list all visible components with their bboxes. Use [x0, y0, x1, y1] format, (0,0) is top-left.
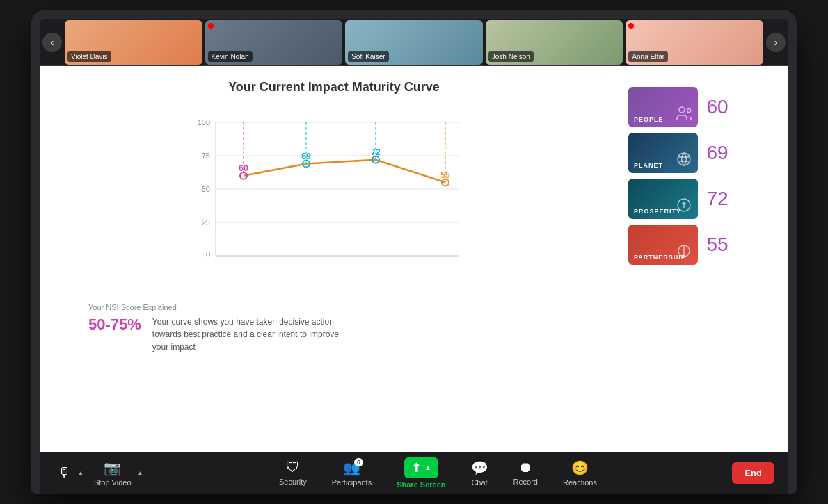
categories-panel: PEOPLE 60 PLANET [628, 80, 767, 438]
category-score-planet: 69 [703, 142, 731, 164]
laptop-frame: ‹ Violet Davis Kevin Nolan Sofi Kaiser J… [31, 10, 797, 494]
svg-text:100: 100 [198, 118, 210, 127]
category-card-people: PEOPLE 60 [628, 87, 767, 127]
participant-bar: ‹ Violet Davis Kevin Nolan Sofi Kaiser J… [40, 19, 788, 66]
video-icon: 📷 [104, 460, 121, 476]
security-icon: 🛡 [286, 460, 300, 475]
people-icon [676, 105, 692, 122]
reactions-button[interactable]: 😊 Reactions [559, 457, 601, 489]
category-score-people: 60 [703, 96, 731, 118]
share-screen-button[interactable]: ⬆ ▲ Share Screen [392, 455, 449, 491]
participants-count-badge: 6 [354, 458, 363, 466]
content-body: Your Current Impact Maturity Curve [40, 66, 788, 452]
recording-dot-anna [628, 23, 634, 29]
toolbar-right: End [732, 462, 774, 484]
score-description: Your curve shows you have taken decisive… [152, 316, 347, 353]
category-score-partnership: 55 [703, 234, 731, 256]
video-group[interactable]: 📷 Stop Video ▲ [90, 457, 144, 489]
recording-dot-kevin [208, 23, 214, 29]
participant-name-sofi: Sofi Kaiser [348, 51, 388, 62]
participant-anna: Anna Elfar [626, 20, 763, 65]
main-content: Your Current Impact Maturity Curve [40, 66, 788, 452]
svg-text:72: 72 [371, 147, 381, 157]
svg-text:69: 69 [301, 152, 311, 161]
svg-text:75: 75 [202, 152, 210, 160]
chart-svg: 100 75 50 25 0 60 [188, 108, 480, 289]
category-label-planet: PLANET [634, 162, 663, 169]
security-label: Security [279, 478, 307, 486]
mic-button[interactable]: 🎙 [54, 462, 76, 484]
chart-wrapper: 100 75 50 25 0 60 [188, 108, 480, 289]
nav-left-button[interactable]: ‹ [42, 33, 62, 52]
category-thumb-planet: PLANET [628, 133, 698, 173]
category-label-people: PEOPLE [634, 116, 664, 123]
chat-button[interactable]: 💬 Chat [467, 457, 493, 489]
share-screen-caret[interactable]: ▲ [424, 464, 431, 471]
svg-text:0: 0 [206, 250, 210, 259]
participants-label: Participants [332, 478, 372, 487]
share-screen-icon: ⬆ [411, 460, 422, 475]
record-label: Record [513, 478, 538, 486]
mic-caret[interactable]: ▲ [77, 469, 84, 477]
reactions-label: Reactions [563, 478, 597, 487]
category-card-prosperity: PROSPERITY 72 [628, 179, 767, 219]
record-button[interactable]: ⏺ Record [509, 457, 542, 489]
toolbar: 🎙 ▲ 📷 Stop Video ▲ 🛡 Security [40, 452, 788, 494]
screen: ‹ Violet Davis Kevin Nolan Sofi Kaiser J… [40, 19, 788, 494]
category-label-prosperity: PROSPERITY [634, 208, 681, 215]
chart-title: Your Current Impact Maturity Curve [61, 80, 607, 95]
video-caret[interactable]: ▲ [137, 469, 144, 477]
chat-label: Chat [471, 478, 487, 487]
nav-right-button[interactable]: › [766, 33, 786, 52]
end-button[interactable]: End [732, 462, 774, 484]
svg-point-25 [687, 109, 691, 113]
mic-group[interactable]: 🎙 ▲ [54, 462, 84, 484]
svg-text:55: 55 [440, 170, 450, 180]
category-thumb-prosperity: PROSPERITY [628, 179, 698, 219]
participant-kevin: Kevin Nolan [205, 20, 343, 65]
category-card-partnership: PARTNERSHIP 55 [628, 225, 767, 265]
mic-icon: 🎙 [58, 465, 72, 481]
participant-name-kevin: Kevin Nolan [208, 51, 253, 62]
reactions-icon: 😊 [571, 460, 589, 476]
chat-icon: 💬 [471, 460, 488, 476]
participant-name-anna: Anna Elfar [628, 51, 668, 62]
share-screen-label: Share Screen [397, 480, 445, 489]
participants-strip: Violet Davis Kevin Nolan Sofi Kaiser Jos… [65, 20, 763, 65]
svg-text:60: 60 [239, 163, 248, 173]
svg-text:50: 50 [202, 185, 210, 193]
planet-icon [676, 151, 692, 168]
score-explanation: Your NSI Score Explained 50-75% Your cur… [61, 303, 607, 353]
category-label-partnership: PARTNERSHIP [634, 254, 686, 261]
category-score-prosperity: 72 [703, 188, 731, 210]
toolbar-center: 🛡 Security 👥 6 Participants ⬆ ▲ Share [275, 455, 601, 491]
participant-violet: Violet Davis [65, 20, 202, 65]
svg-point-26 [678, 153, 690, 165]
svg-text:25: 25 [202, 218, 210, 227]
participant-sofi: Sofi Kaiser [345, 20, 483, 65]
score-range: 50-75% [88, 316, 141, 334]
video-label: Stop Video [94, 478, 132, 487]
category-card-planet: PLANET 69 [628, 133, 767, 173]
toolbar-left: 🎙 ▲ 📷 Stop Video ▲ [54, 457, 143, 489]
svg-point-24 [679, 107, 685, 113]
participant-josh: Josh Nelson [486, 20, 623, 65]
participants-icon-wrap: 👥 6 [343, 460, 360, 476]
participant-name-violet: Violet Davis [67, 51, 111, 62]
participants-button[interactable]: 👥 6 Participants [328, 457, 376, 489]
chart-section: Your Current Impact Maturity Curve [61, 80, 607, 438]
score-explanation-label: Your NSI Score Explained [88, 303, 607, 311]
category-thumb-partnership: PARTNERSHIP [628, 225, 698, 265]
video-button[interactable]: 📷 Stop Video [90, 457, 136, 489]
security-button[interactable]: 🛡 Security [275, 457, 311, 489]
record-icon: ⏺ [518, 460, 532, 475]
participant-name-josh: Josh Nelson [488, 51, 534, 62]
category-thumb-people: PEOPLE [628, 87, 698, 127]
share-screen-icon-wrap: ⬆ ▲ [404, 457, 438, 478]
